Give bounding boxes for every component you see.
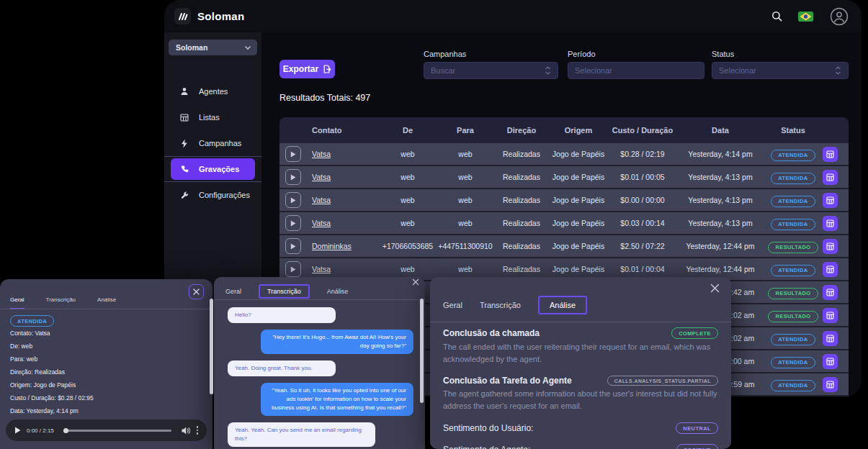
lightning-icon <box>179 139 189 148</box>
divider <box>0 309 212 309</box>
details-button[interactable] <box>823 331 838 346</box>
call-field: Data: Yesterday, 4:14 pm <box>10 407 205 420</box>
details-button[interactable] <box>823 354 838 369</box>
table-row[interactable]: VatsawebwebRealizadasJogo de Papéis$0.01… <box>279 166 849 189</box>
call-field: Contato: Vatsa <box>10 330 205 343</box>
tab-analise[interactable]: Análise <box>97 296 116 309</box>
sidebar-item-configuracoes[interactable]: Configurações <box>164 182 261 208</box>
table-details-icon <box>826 196 834 204</box>
close-icon[interactable] <box>189 284 204 299</box>
status-badge: RESULTADO <box>768 242 818 253</box>
direction-cell: Realizadas <box>494 265 549 273</box>
sidebar-item-gravacoes[interactable]: Gravações <box>171 158 255 180</box>
periodo-input[interactable]: Selecionar <box>568 62 704 79</box>
table-details-icon <box>826 358 834 366</box>
player-progressbar[interactable] <box>64 430 171 432</box>
column-header: De <box>379 126 437 135</box>
status-badge: ATENDIDA <box>771 265 815 276</box>
contact-cell[interactable]: Vatsa <box>307 219 379 227</box>
divider <box>430 322 731 322</box>
cost-duration-cell: $0.00 / 00:00 <box>608 196 677 204</box>
player-thumb[interactable] <box>63 428 68 433</box>
table-row[interactable]: Domininkas+17066053685+447511300910Reali… <box>279 235 849 258</box>
details-button[interactable] <box>823 262 838 277</box>
play-button[interactable] <box>285 169 301 185</box>
details-button[interactable] <box>823 285 838 300</box>
player-menu-icon[interactable] <box>197 426 199 435</box>
details-button[interactable] <box>823 239 838 254</box>
table-row[interactable]: VatsawebwebRealizadasJogo de Papéis$0.00… <box>279 189 849 212</box>
date-cell: Yesterday, 12:44 pm <box>677 242 764 250</box>
call-field: Origem: Jogo de Papéis <box>10 381 205 394</box>
grid-icon <box>179 114 189 122</box>
play-button[interactable] <box>285 146 301 162</box>
play-button[interactable] <box>285 192 301 208</box>
sidebar-item-label: Configurações <box>199 191 250 199</box>
contact-cell[interactable]: Vatsa <box>307 173 379 181</box>
analysis-content: Conclusão da chamada COMPLETE The call e… <box>443 327 718 449</box>
search-icon[interactable] <box>771 11 782 22</box>
cost-duration-cell: $0.28 / 02:19 <box>608 150 677 158</box>
tab-analise[interactable]: Análise <box>327 288 349 295</box>
direction-cell: Realizadas <box>494 173 549 181</box>
avatar-icon[interactable] <box>829 6 849 26</box>
table-details-icon <box>826 266 834 273</box>
tab-transcricao[interactable]: Transcrição <box>259 284 310 299</box>
play-button[interactable] <box>285 261 301 277</box>
export-button[interactable]: Exportar <box>279 60 335 78</box>
table-details-icon <box>826 381 834 389</box>
details-button[interactable] <box>823 377 838 392</box>
divider <box>164 156 261 157</box>
details-button[interactable] <box>823 147 838 162</box>
tab-analise[interactable]: Análise <box>538 296 587 314</box>
close-icon[interactable] <box>710 284 720 293</box>
tab-transcricao[interactable]: Transcrição <box>46 296 76 309</box>
status-badge: ATENDIDA <box>771 173 815 184</box>
sidebar-item-campanhas[interactable]: Campanhas <box>164 130 261 156</box>
sidebar-item-agentes[interactable]: Agentes <box>164 78 261 104</box>
contact-cell[interactable]: Vatsa <box>307 196 379 204</box>
scrollbar[interactable] <box>210 299 213 394</box>
table-row[interactable]: VatsawebwebRealizadasJogo de Papéis$0.03… <box>279 212 849 235</box>
origin-cell: Jogo de Papéis <box>549 219 608 227</box>
column-header: Data <box>677 126 764 135</box>
sentiment-label: Sentimento do Usuário: <box>443 423 533 433</box>
tab-geral[interactable]: Geral <box>443 301 462 309</box>
details-button[interactable] <box>823 193 838 208</box>
scrollbar[interactable] <box>420 299 424 403</box>
audio-player[interactable]: 0:00 / 2:15 <box>6 419 207 441</box>
tab-transcricao[interactable]: Transcrição <box>480 301 521 309</box>
transcript-chat: Hello?"Hey there! It's Hugo... from Awaz… <box>214 301 425 449</box>
contact-cell[interactable]: Vatsa <box>307 150 379 158</box>
contact-cell[interactable]: Domininkas <box>307 242 379 250</box>
table-details-icon <box>826 242 834 250</box>
call-field: Custo / Duração: $0.28 / 02:95 <box>10 394 205 407</box>
direction-cell: Realizadas <box>494 219 549 227</box>
workspace-select[interactable]: Soloman <box>169 40 257 55</box>
details-button[interactable] <box>823 308 838 323</box>
play-button[interactable] <box>285 215 301 231</box>
table-details-icon <box>826 173 834 181</box>
to-cell: +447511300910 <box>437 242 494 250</box>
contact-cell[interactable]: Vatsa <box>307 265 379 273</box>
tab-geral[interactable]: Geral <box>10 296 24 309</box>
to-cell: web <box>437 219 494 227</box>
campanhas-select[interactable]: Buscar <box>424 62 558 79</box>
brand: Soloman <box>174 8 244 24</box>
tab-geral[interactable]: Geral <box>225 288 241 295</box>
table-row[interactable]: VatsawebwebRealizadasJogo de Papéis$0.28… <box>279 143 849 166</box>
status-badge: COMPLETE <box>671 327 718 339</box>
play-button[interactable] <box>285 238 301 254</box>
brazil-flag-icon[interactable] <box>798 12 813 22</box>
details-button[interactable] <box>823 216 838 231</box>
to-cell: web <box>437 173 494 181</box>
direction-cell: Realizadas <box>494 196 549 204</box>
column-header: Para <box>437 126 494 135</box>
status-select[interactable]: Selecionar <box>712 62 849 79</box>
sidebar-item-listas[interactable]: Listas <box>164 104 261 130</box>
filter-label: Campanhas <box>424 50 558 58</box>
filter-status: Status Selecionar <box>712 50 849 79</box>
details-button[interactable] <box>823 170 838 185</box>
close-icon[interactable] <box>412 278 419 286</box>
table-details-icon <box>826 335 834 343</box>
